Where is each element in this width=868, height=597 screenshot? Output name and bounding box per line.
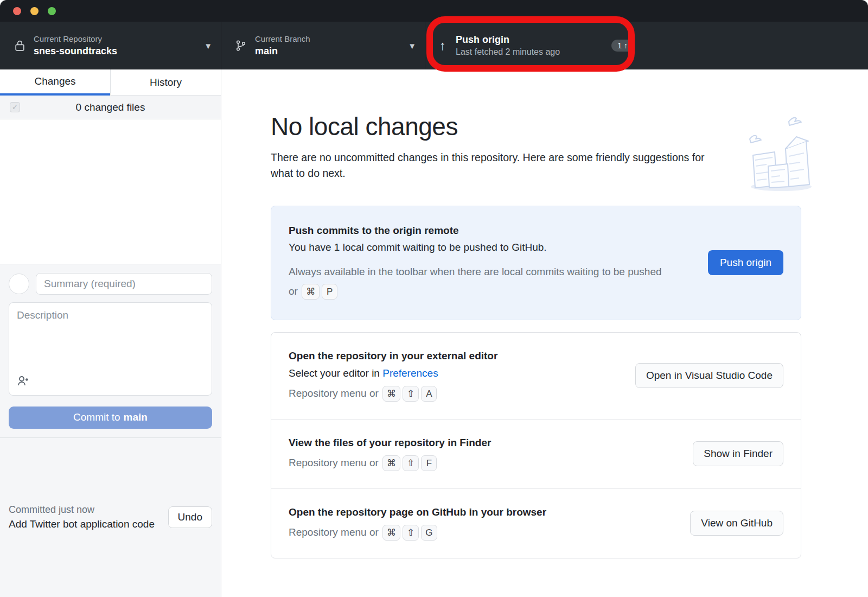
preferences-link[interactable]: Preferences [382, 367, 438, 379]
cmd-key: ⌘ [382, 455, 400, 471]
page-subtitle: There are no uncommitted changes in this… [271, 150, 724, 182]
commit-status-text: Committed just now [9, 504, 155, 516]
current-repository-value: snes-soundtracks [34, 45, 200, 58]
tab-history[interactable]: History [110, 69, 221, 96]
select-all-checkbox[interactable]: ✓ [10, 102, 20, 112]
last-commit-message: Add Twitter bot application code [9, 518, 155, 530]
changed-files-count: 0 changed files [76, 101, 145, 113]
arrow-up-icon: ↑ [439, 38, 446, 53]
p-key: P [322, 284, 337, 300]
show-in-finder-row: View the files of your repository in Fin… [271, 419, 801, 488]
minimize-window-button[interactable] [30, 7, 39, 15]
push-origin-toolbar-button[interactable]: ↑ Push origin Last fetched 2 minutes ago… [425, 22, 642, 69]
suggestions-card: Open the repository in your external edi… [271, 332, 801, 558]
changed-files-header: ✓ 0 changed files [0, 96, 221, 119]
avatar [9, 274, 29, 294]
toolbar: Current Repository snes-soundtracks ▼ Cu… [0, 22, 868, 69]
main-content: No local changes There are no uncommitte… [221, 69, 868, 597]
close-window-button[interactable] [13, 7, 21, 15]
paper-stack-illustration [743, 105, 814, 197]
titlebar [0, 0, 868, 22]
current-branch-label: Current Branch [255, 34, 404, 45]
lock-icon [14, 39, 34, 52]
commit-to-main-button[interactable]: Commit tomain [9, 407, 212, 429]
add-coauthor-icon[interactable] [17, 380, 30, 389]
chevron-down-icon: ▼ [408, 41, 416, 50]
commit-panel: Commit tomain [0, 264, 221, 437]
push-card-line: You have 1 local commit waiting to be pu… [289, 242, 668, 253]
show-in-finder-hint: Repository menu or ⌘⇧F [289, 455, 491, 471]
current-repository-button[interactable]: Current Repository snes-soundtracks ▼ [0, 22, 221, 69]
cmd-key: ⌘ [302, 284, 320, 300]
shift-key: ⇧ [403, 525, 419, 541]
view-on-github-button[interactable]: View on GitHub [690, 511, 783, 536]
undo-button[interactable]: Undo [168, 506, 212, 528]
open-editor-hint: Repository menu or ⌘⇧A [289, 386, 497, 402]
tab-changes[interactable]: Changes [0, 69, 110, 96]
undo-commit-bar: Committed just now Add Twitter bot appli… [0, 437, 221, 597]
open-editor-line: Select your editor in Preferences [289, 367, 497, 379]
chevron-down-icon: ▼ [204, 41, 212, 50]
zoom-window-button[interactable] [48, 7, 56, 15]
shift-key: ⇧ [403, 386, 419, 402]
push-card-title: Push commits to the origin remote [289, 225, 668, 237]
commit-description-input[interactable] [17, 309, 204, 374]
page-title: No local changes [271, 112, 801, 141]
push-count-badge: 1 ↑ [611, 40, 634, 52]
github-desktop-window: Current Repository snes-soundtracks ▼ Cu… [0, 0, 868, 597]
sidebar-tabs: Changes History [0, 69, 221, 96]
view-on-github-row: Open the repository page on GitHub in yo… [271, 488, 801, 558]
cmd-key: ⌘ [382, 386, 400, 402]
push-origin-subtitle: Last fetched 2 minutes ago [456, 46, 602, 58]
g-key: G [421, 525, 437, 541]
show-in-finder-title: View the files of your repository in Fin… [289, 437, 491, 449]
current-branch-value: main [255, 45, 404, 58]
open-editor-title: Open the repository in your external edi… [289, 350, 497, 362]
commit-description-box [9, 302, 212, 396]
push-origin-button[interactable]: Push origin [708, 250, 783, 275]
current-repository-label: Current Repository [34, 34, 200, 45]
sidebar: Changes History ✓ 0 changed files [0, 69, 221, 597]
commit-summary-input[interactable] [36, 273, 212, 295]
f-key: F [421, 455, 437, 471]
show-in-finder-button[interactable]: Show in Finder [693, 441, 783, 466]
open-editor-row: Open the repository in your external edi… [271, 333, 801, 419]
open-in-vscode-button[interactable]: Open in Visual Studio Code [635, 363, 783, 388]
current-branch-button[interactable]: Current Branch main ▼ [221, 22, 425, 69]
a-key: A [421, 386, 437, 402]
push-card-hint: Always available in the toolbar when the… [289, 262, 668, 301]
push-commits-card: Push commits to the origin remote You ha… [271, 206, 801, 320]
cmd-key: ⌘ [382, 525, 400, 541]
git-branch-icon [235, 39, 255, 52]
changes-file-list [0, 119, 221, 264]
view-on-github-title: Open the repository page on GitHub in yo… [289, 506, 546, 518]
push-origin-title: Push origin [456, 33, 602, 46]
shift-key: ⇧ [403, 455, 419, 471]
view-on-github-hint: Repository menu or ⌘⇧G [289, 525, 546, 541]
